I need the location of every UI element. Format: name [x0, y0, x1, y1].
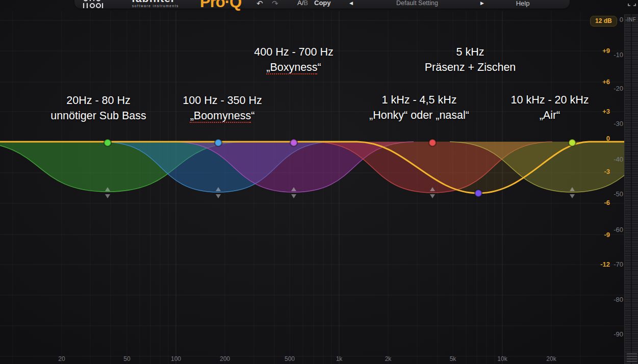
annotation-3: 400 Hz - 700 Hz„Boxyness“	[254, 45, 333, 75]
annotation-range-line: 10 kHz - 20 kHz	[511, 93, 589, 108]
meter-scale-label[interactable]: -80	[608, 296, 623, 303]
frequency-axis-label[interactable]: 2k	[377, 355, 399, 362]
eq-band-node-green[interactable]	[104, 139, 111, 146]
frequency-axis-label[interactable]: 20	[50, 355, 73, 362]
annotation-desc-line: „Boomyness“	[183, 109, 262, 124]
pro-q-window: +9+6+30-3-6-9-120-10-20-30-40-50-60-70-8…	[0, 0, 638, 364]
eq-band-node-lime[interactable]	[569, 139, 576, 146]
help-menu[interactable]: Help	[510, 0, 535, 7]
fabfilter-logo-icon	[82, 0, 127, 9]
gain-scale-label[interactable]: -9	[583, 231, 610, 239]
meter-scale-label[interactable]: -20	[608, 85, 623, 92]
eq-band-node-blue[interactable]	[215, 139, 222, 146]
frequency-axis-label[interactable]: 200	[214, 355, 236, 362]
level-meter	[624, 14, 638, 364]
annotation-range-line: 400 Hz - 700 Hz	[254, 45, 333, 60]
gain-scale-label[interactable]: +6	[583, 78, 610, 86]
misspelled-word: „Boomyness	[190, 110, 251, 123]
annotation-6: 10 kHz - 20 kHz„Air“	[511, 93, 589, 123]
brand-subtitle: software instruments	[132, 4, 179, 8]
preset-prev-button[interactable]: ◀	[349, 1, 353, 6]
annotation-desc-line: „Air“	[511, 108, 589, 123]
annotation-4: 1 kHz - 4,5 kHz„Honky“ oder „nasal“	[369, 93, 469, 123]
resize-corners-icon[interactable]	[628, 0, 636, 6]
gain-scale-label[interactable]: +9	[583, 47, 610, 55]
ab-b-label: B	[303, 0, 308, 7]
frequency-axis-label[interactable]: 20k	[540, 355, 563, 362]
frequency-axis-label[interactable]: 1k	[328, 355, 350, 362]
band-range-down-arrow-blue[interactable]	[216, 194, 221, 198]
band-range-down-arrow-green[interactable]	[105, 194, 110, 198]
resize-grip-icon[interactable]	[627, 353, 637, 362]
band-range-down-arrow-magenta[interactable]	[291, 194, 296, 198]
annotation-5: 5 kHzPräsenz + Zischen	[425, 45, 516, 75]
frequency-axis-label[interactable]: 5k	[442, 355, 464, 362]
annotation-range-line: 100 Hz - 350 Hz	[183, 93, 262, 109]
eq-band-node-red[interactable]	[429, 139, 436, 146]
meter-scale-label[interactable]: -40	[608, 155, 623, 163]
gain-range-badge[interactable]: 12 dB	[590, 16, 617, 27]
annotation-range-line: 1 kHz - 4,5 kHz	[369, 93, 469, 108]
preset-next-button[interactable]: ▶	[480, 1, 484, 6]
gain-scale-label[interactable]: 0	[583, 135, 610, 142]
meter-scale-label[interactable]: -30	[608, 120, 623, 127]
frequency-axis-label[interactable]: 500	[278, 355, 301, 362]
frequency-axis-label[interactable]: 10k	[491, 355, 514, 362]
undo-button[interactable]: ↶	[257, 0, 263, 8]
misspelled-word: „Boxyness	[266, 61, 317, 74]
redo-button[interactable]: ↷	[272, 0, 278, 8]
gain-scale-label[interactable]: -3	[583, 168, 610, 175]
meter-scale-label[interactable]: -70	[608, 261, 623, 268]
annotation-desc-line: „Honky“ oder „nasal“	[369, 108, 469, 123]
meter-scale-label[interactable]: -10	[608, 51, 623, 59]
annotation-desc-line: unnötiger Sub Bass	[50, 109, 146, 124]
annotation-desc-line: „Boxyness“	[254, 60, 333, 75]
meter-scale-label[interactable]: -90	[608, 330, 623, 338]
meter-scale-label[interactable]: -50	[608, 190, 623, 198]
preset-name[interactable]: Default Setting	[366, 0, 468, 7]
ab-compare-button[interactable]: A/B	[297, 0, 308, 7]
annotation-range-line: 5 kHz	[425, 45, 516, 60]
annotation-2: 100 Hz - 350 Hz„Boomyness“	[183, 93, 262, 123]
annotation-range-line: 20Hz - 80 Hz	[50, 93, 146, 109]
meter-scale-label[interactable]: -60	[608, 226, 623, 233]
annotation-desc-line: Präsenz + Zischen	[425, 60, 516, 75]
band-range-down-arrow-lime[interactable]	[570, 194, 575, 198]
gain-scale-label[interactable]: -6	[583, 199, 610, 206]
annotation-1: 20Hz - 80 Hzunnötiger Sub Bass	[50, 93, 146, 123]
frequency-axis-label[interactable]: 100	[165, 355, 187, 362]
eq-band-node-violet[interactable]	[475, 190, 482, 197]
ab-a-label: A/	[297, 0, 303, 7]
eq-band-node-magenta[interactable]	[290, 139, 297, 146]
toolbar: fabfilter software instruments Pro·Q ↶ ↷…	[0, 0, 638, 11]
gain-scale-label[interactable]: -12	[583, 261, 610, 268]
copy-button[interactable]: Copy	[314, 0, 331, 7]
band-range-down-arrow-red[interactable]	[430, 194, 435, 198]
product-logo: Pro·Q	[200, 0, 241, 11]
frequency-axis-label[interactable]: 50	[116, 355, 138, 362]
meter-inf-label: -INF	[625, 17, 636, 22]
